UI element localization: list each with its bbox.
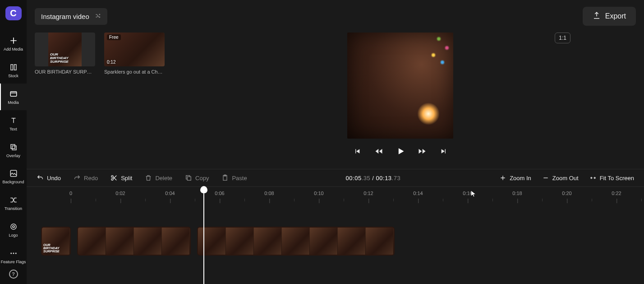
timeline-tracks[interactable] xyxy=(27,207,644,270)
zoom-in-label: Zoom In xyxy=(510,175,531,182)
library-icon xyxy=(8,62,19,73)
ruler-tick: 0 xyxy=(69,191,72,196)
undo-icon xyxy=(37,174,44,182)
svg-point-6 xyxy=(11,224,16,229)
export-icon xyxy=(593,11,601,21)
zoom-in-button[interactable]: Zoom In xyxy=(499,174,531,182)
ruler-tick: 0:02 xyxy=(115,191,125,196)
header: Instagram video Export xyxy=(27,0,644,33)
trash-icon xyxy=(145,174,152,182)
main-area: Instagram video Export OUR BIRTHDAY SURP… xyxy=(27,0,644,284)
split-button[interactable]: Split xyxy=(110,174,132,182)
clip-frame xyxy=(198,228,226,255)
svg-point-10 xyxy=(15,253,16,254)
svg-rect-2 xyxy=(10,92,17,97)
ruler-tick: 0:14 xyxy=(413,191,423,196)
timecode-current: 00:05 xyxy=(346,175,362,182)
rail-logo[interactable]: Logo xyxy=(0,216,27,243)
rail-item-label: Logo xyxy=(9,233,18,238)
timeline-clip[interactable] xyxy=(77,227,191,256)
duration-badge: 0:12 xyxy=(107,60,115,65)
timecode-sep: / xyxy=(370,175,376,182)
paste-label: Paste xyxy=(232,175,247,182)
rail-add-media[interactable]: Add Media xyxy=(0,30,27,57)
timeline-clip[interactable] xyxy=(197,227,395,256)
media-thumb[interactable]: Free 0:12 xyxy=(104,33,165,66)
rail-feature-flags[interactable]: Feature Flags xyxy=(0,243,27,270)
media-clip[interactable]: OUR BIRTHDAY SURPRISE OUR BIRTHDAY SURPR… xyxy=(35,33,95,74)
rail-stock[interactable]: Stock xyxy=(0,57,27,84)
media-thumb-image: OUR BIRTHDAY SURPRISE xyxy=(48,33,82,66)
upper-pane: OUR BIRTHDAY SURPRISE OUR BIRTHDAY SURPR… xyxy=(27,33,644,169)
rewind-button[interactable] xyxy=(374,147,383,156)
ruler-tick: 0:12 xyxy=(363,191,373,196)
play-button[interactable] xyxy=(396,147,405,156)
timecode: 00:05.35 / 00:13.73 xyxy=(346,175,401,182)
rail-overlay[interactable]: Overlay xyxy=(0,137,27,163)
fit-to-screen-button[interactable]: Fit To Screen xyxy=(589,174,634,182)
skip-end-button[interactable] xyxy=(439,147,448,156)
rail-text[interactable]: Text xyxy=(0,110,27,137)
ruler-tick: 0:08 xyxy=(264,191,274,196)
logo-icon xyxy=(8,221,19,232)
copy-button[interactable]: Copy xyxy=(185,174,209,182)
clip-frame xyxy=(254,228,282,255)
timecode-total: 00:13 xyxy=(376,175,392,182)
rail-item-label: Overlay xyxy=(6,154,20,158)
paste-button[interactable]: Paste xyxy=(221,174,247,182)
redo-button[interactable]: Redo xyxy=(74,174,98,182)
delete-button[interactable]: Delete xyxy=(145,174,172,182)
overlay-icon xyxy=(8,142,19,153)
plus-icon xyxy=(8,35,19,46)
svg-point-8 xyxy=(10,253,12,254)
fit-label: Fit To Screen xyxy=(600,175,634,182)
preview-canvas[interactable] xyxy=(347,33,453,139)
minus-icon xyxy=(542,174,549,182)
rail-transition[interactable]: Transition xyxy=(0,190,27,216)
media-panel: OUR BIRTHDAY SURPRISE OUR BIRTHDAY SURPR… xyxy=(35,33,165,166)
export-label: Export xyxy=(605,12,626,20)
timeline-ruler[interactable]: 00:020:040:060:080:100:120:140:160:180:2… xyxy=(27,187,644,207)
svg-rect-0 xyxy=(11,65,13,70)
media-clip[interactable]: Free 0:12 Sparklers go out at a Ch… xyxy=(104,33,165,74)
media-thumb[interactable]: OUR BIRTHDAY SURPRISE xyxy=(35,33,95,66)
rail-item-label: Add Media xyxy=(4,47,23,52)
clip-frame xyxy=(78,228,106,255)
clip-frame xyxy=(134,228,162,255)
media-icon xyxy=(8,88,19,99)
ruler-tick: 0:18 xyxy=(512,191,522,196)
transition-icon xyxy=(8,195,19,205)
playhead[interactable] xyxy=(203,187,204,284)
scissors-icon xyxy=(110,174,118,182)
clip-frame xyxy=(310,228,338,255)
project-title[interactable]: Instagram video xyxy=(35,8,107,25)
ruler-tick: 0:10 xyxy=(314,191,323,196)
aspect-ratio-button[interactable]: 1:1 xyxy=(555,33,570,43)
help-icon[interactable]: ? xyxy=(9,270,18,279)
rail-background[interactable]: Background xyxy=(0,163,27,190)
rail-item-label: Background xyxy=(2,180,24,185)
project-title-text: Instagram video xyxy=(41,13,89,20)
shuffle-icon[interactable] xyxy=(95,13,101,20)
timeline-clip[interactable] xyxy=(41,227,71,256)
undo-button[interactable]: Undo xyxy=(37,174,61,182)
timecode-current-sub: .35 xyxy=(362,175,371,182)
redo-label: Redo xyxy=(84,175,98,182)
export-button[interactable]: Export xyxy=(583,7,636,26)
plus-icon xyxy=(499,174,506,182)
rail-footer: ? xyxy=(9,270,18,284)
free-badge: Free xyxy=(107,34,121,40)
rail-item-label: Media xyxy=(8,101,19,105)
fit-icon xyxy=(589,174,597,182)
rail-media[interactable]: Media xyxy=(0,84,27,110)
timeline[interactable]: 00:020:040:060:080:100:120:140:160:180:2… xyxy=(27,187,644,284)
split-label: Split xyxy=(121,175,132,182)
bokeh-dot xyxy=(437,37,441,41)
clip-frame xyxy=(226,228,254,255)
app-logo[interactable]: C xyxy=(5,6,22,20)
rail-item-label: Feature Flags xyxy=(1,260,26,265)
fast-forward-button[interactable] xyxy=(418,147,427,156)
svg-rect-3 xyxy=(11,144,15,149)
skip-start-button[interactable] xyxy=(353,147,362,156)
zoom-out-button[interactable]: Zoom Out xyxy=(542,174,579,182)
